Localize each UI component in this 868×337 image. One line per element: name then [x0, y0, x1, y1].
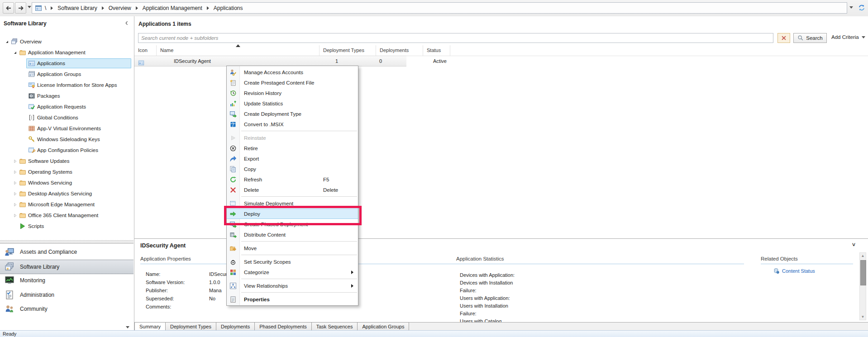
tab-application-groups[interactable]: Application Groups	[358, 322, 409, 331]
breadcrumb-separator-icon	[136, 6, 138, 10]
menu-item-export[interactable]: Export	[227, 153, 358, 164]
breadcrumb-root[interactable]: \	[45, 5, 46, 11]
tree-item-label: Windows Servicing	[28, 180, 72, 185]
sidebar-item-application-groups[interactable]: Application Groups	[0, 69, 134, 80]
section-underline	[456, 264, 744, 264]
sidebar-item-microsoft-edge-management[interactable]: Microsoft Edge Management	[0, 199, 134, 210]
sidebar-item-application-requests[interactable]: Application Requests	[0, 101, 134, 112]
history-dropdown-icon[interactable]	[28, 6, 31, 8]
sidebar-item-software-updates[interactable]: Software Updates	[0, 156, 134, 166]
workspace-software-library[interactable]: Software Library	[0, 260, 134, 274]
key-icon	[28, 136, 35, 143]
breadcrumb-software-library[interactable]: Software Library	[57, 5, 97, 11]
address-bar[interactable]: \Software LibraryOverviewApplication Man…	[32, 2, 847, 14]
sidebar-splitter[interactable]	[0, 240, 134, 244]
column-header-icon[interactable]: Icon	[134, 45, 157, 56]
search-input[interactable]	[138, 33, 773, 43]
breadcrumb-overview[interactable]: Overview	[109, 5, 131, 11]
menu-item-categorize[interactable]: Categorize	[227, 267, 358, 277]
menu-separator	[241, 279, 357, 279]
sidebar-item-office-365-client-management[interactable]: Office 365 Client Management	[0, 210, 134, 221]
tree-item-label: Applications	[37, 61, 65, 66]
appv-icon	[28, 125, 35, 132]
menu-item-delete[interactable]: DeleteDelete	[227, 185, 358, 195]
menu-item-move[interactable]: Move	[227, 243, 358, 253]
workspace-administration[interactable]: Administration	[0, 288, 134, 302]
list-title: Applications 1 items	[138, 21, 191, 27]
sidebar-item-overview[interactable]: Overview	[0, 36, 134, 47]
address-dropdown-icon[interactable]	[849, 6, 853, 9]
refresh-icon[interactable]	[858, 4, 865, 11]
tree-item-label: Overview	[20, 39, 42, 44]
breadcrumb-applications[interactable]: Applications	[214, 5, 243, 11]
menu-item-copy[interactable]: Copy	[227, 164, 358, 174]
sidebar-item-application-management[interactable]: Application Management	[0, 47, 134, 58]
section-application-properties: Application Properties	[140, 256, 191, 261]
tab-deployments[interactable]: Deployments	[216, 322, 255, 331]
sidebar-item-packages[interactable]: Packages	[0, 90, 134, 101]
scrollbar-thumb[interactable]	[860, 260, 866, 285]
tree-expander-collapsed-icon[interactable]	[12, 212, 18, 218]
workspace-monitoring[interactable]: Monitoring	[0, 274, 134, 287]
sidebar-item-windows-sideloading-keys[interactable]: Windows Sideloading Keys	[0, 134, 134, 145]
tree-expander-expanded-icon[interactable]	[4, 38, 10, 45]
menu-item-revision-history[interactable]: Revision History	[227, 88, 358, 98]
scrollbar-up-icon[interactable]: ▲	[860, 253, 866, 259]
tab-deployment-types[interactable]: Deployment Types	[166, 322, 216, 331]
back-button[interactable]	[3, 2, 14, 14]
column-header-deployments[interactable]: Deployments	[376, 45, 423, 56]
menu-item-create-deployment-type[interactable]: Create Deployment Type	[227, 109, 358, 119]
add-criteria-button[interactable]: Add Criteria	[831, 34, 865, 40]
tree-expander-collapsed-icon[interactable]	[12, 180, 18, 186]
menu-item-convert-to-msix[interactable]: Convert to .MSIX	[227, 119, 358, 129]
menu-item-view-relationships[interactable]: View Relationships	[227, 280, 358, 291]
security-scopes-icon	[229, 258, 237, 266]
column-header-deployment-types[interactable]: Deployment Types	[320, 45, 376, 56]
column-header-name[interactable]: Name	[157, 45, 320, 56]
tree-expander-collapsed-icon[interactable]	[12, 158, 18, 164]
search-button[interactable]: Search	[793, 33, 827, 43]
sidebar-item-applications[interactable]: Applications	[0, 58, 134, 69]
workspace-assets-and-compliance[interactable]: Assets and Compliance	[0, 245, 134, 259]
sidebar-item-scripts[interactable]: Scripts	[0, 221, 134, 232]
tree-expander-collapsed-icon[interactable]	[12, 169, 18, 175]
menu-item-create-phased-deployment[interactable]: Create Phased Deployment	[227, 219, 358, 229]
tree-expander-expanded-icon[interactable]	[12, 49, 18, 56]
menu-item-manage-access-accounts[interactable]: Manage Access Accounts	[227, 67, 358, 77]
nav-options-dropdown-icon[interactable]	[126, 326, 129, 328]
menu-item-create-prestaged-content-file[interactable]: Create Prestaged Content File	[227, 77, 358, 88]
menu-item-set-security-scopes[interactable]: Set Security Scopes	[227, 256, 358, 267]
menu-item-retire[interactable]: Retire	[227, 143, 358, 153]
sidebar-item-app-configuration-policies[interactable]: App Configuration Policies	[0, 145, 134, 156]
sidebar-item-global-conditions[interactable]: Global Conditions	[0, 112, 134, 123]
breadcrumb-application-management[interactable]: Application Management	[143, 5, 202, 11]
clear-search-button[interactable]	[777, 33, 790, 43]
table-row[interactable]: IDSecurity Agent10Active	[134, 56, 406, 66]
scrollbar-down-icon[interactable]: ▼	[860, 314, 866, 320]
menu-item-distribute-content[interactable]: Distribute Content	[227, 229, 358, 240]
summary-scrollbar[interactable]: ▲ ▼	[859, 252, 866, 320]
tab-task-sequences[interactable]: Task Sequences	[312, 322, 358, 331]
content-status-link[interactable]: Content Status	[773, 268, 815, 274]
sidebar-collapse-icon[interactable]	[124, 20, 129, 26]
forward-button[interactable]	[15, 2, 26, 14]
sidebar-item-windows-servicing[interactable]: Windows Servicing	[0, 177, 134, 188]
tab-phased-deployments[interactable]: Phased Deployments	[255, 322, 312, 331]
tree-expander-collapsed-icon[interactable]	[12, 190, 18, 197]
workspace-community[interactable]: Community	[0, 302, 134, 316]
menu-item-simulate-deployment[interactable]: Simulate Deployment	[227, 198, 358, 209]
summary-collapse-icon[interactable]: ˅	[852, 242, 855, 248]
tree-item-label: Application Requests	[37, 104, 86, 109]
tree-expander-collapsed-icon[interactable]	[12, 201, 18, 208]
tab-summary[interactable]: Summary	[134, 322, 166, 331]
column-header-status[interactable]: Status	[423, 45, 450, 56]
sidebar-item-app-v-virtual-environments[interactable]: App-V Virtual Environments	[0, 123, 134, 134]
sidebar-item-license-information-for-store-apps[interactable]: License Information for Store Apps	[0, 80, 134, 90]
menu-item-deploy[interactable]: Deploy	[227, 209, 358, 219]
menu-item-label: Delete	[244, 187, 259, 193]
sidebar-item-desktop-analytics-servicing[interactable]: Desktop Analytics Servicing	[0, 188, 134, 199]
menu-item-refresh[interactable]: RefreshF5	[227, 174, 358, 185]
menu-item-update-statistics[interactable]: Update Statistics	[227, 98, 358, 109]
sidebar-item-operating-systems[interactable]: Operating Systems	[0, 166, 134, 177]
menu-item-properties[interactable]: Properties	[227, 294, 358, 304]
